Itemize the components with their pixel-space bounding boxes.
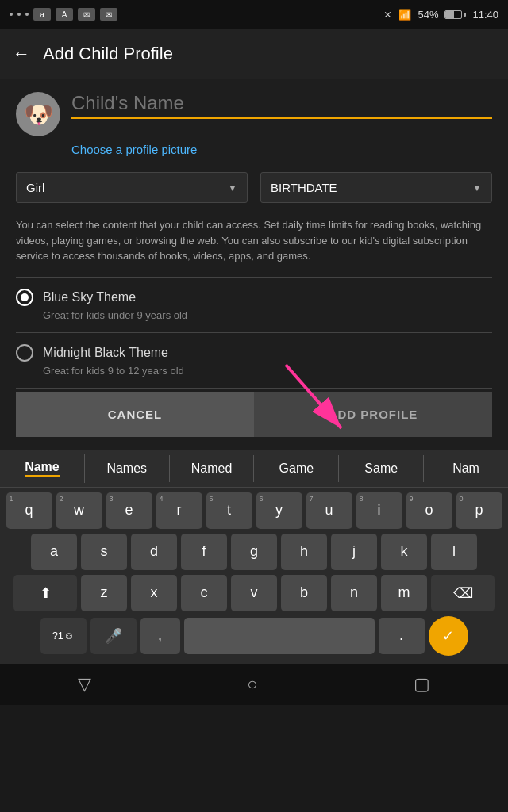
key-k[interactable]: k [381,534,427,570]
gender-dropdown[interactable]: Girl ▼ [16,172,248,203]
key-w[interactable]: 2w [56,492,102,529]
battery-icon [444,10,466,19]
keyboard-suggestions-bar: Name Names Named Game Same Nam [0,450,508,488]
theme-midnight-black-subtitle: Great for kids 9 to 12 years old [43,365,492,377]
cancel-button[interactable]: CANCEL [16,392,254,437]
key-b[interactable]: b [281,575,327,611]
header: ← Add Child Profile [0,29,508,79]
back-button[interactable]: ← [13,44,30,64]
theme-blue-sky-subtitle: Great for kids under 9 years old [43,309,492,321]
key-f[interactable]: f [181,534,227,570]
space-key[interactable] [184,618,375,654]
shift-key[interactable]: ⬆ [13,575,77,611]
key-u[interactable]: 7u [306,492,352,529]
wifi-icon: 📶 [398,9,411,21]
nav-home-button[interactable]: ○ [247,674,257,695]
app-icon-1: a [33,8,51,21]
app-icon-3: ✉ [78,8,95,21]
key-s[interactable]: s [81,534,127,570]
bottom-nav: ▽ ○ ▢ [0,664,508,705]
key-d[interactable]: d [131,534,177,570]
dropdowns-row: Girl ▼ BIRTHDATE ▼ [16,172,492,203]
description-text: You can select the content that your chi… [16,217,492,264]
clock: 11:40 [472,9,498,21]
key-c[interactable]: c [181,575,227,611]
dot-3 [25,13,29,16]
key-row-4: ?1☺ 🎤 , . ✓ [3,616,505,656]
dot-1 [10,13,13,16]
backspace-key[interactable]: ⌫ [431,575,495,611]
status-bar: a A ✉ ✉ ⨯ 📶 54% 11:40 [0,0,508,29]
key-j[interactable]: j [331,534,377,570]
key-t[interactable]: 5t [206,492,252,529]
radio-blue-sky[interactable] [16,289,33,306]
birthdate-selected: BIRTHDATE [271,181,337,194]
birthdate-dropdown[interactable]: BIRTHDATE ▼ [260,172,492,203]
key-n[interactable]: n [331,575,377,611]
key-a[interactable]: a [31,534,77,570]
suggestion-same[interactable]: Same [339,455,424,482]
key-h[interactable]: h [281,534,327,570]
key-o[interactable]: 9o [406,492,452,529]
status-left-icons: a A ✉ ✉ [10,8,117,21]
add-profile-button[interactable]: ADD PROFILE [254,392,492,437]
theme-blue-sky[interactable]: Blue Sky Theme Great for kids under 9 ye… [16,278,492,333]
app-icon-4: ✉ [100,8,117,21]
choose-picture-link[interactable]: Choose a profile picture [71,143,492,156]
enter-key[interactable]: ✓ [429,616,468,656]
suggestion-nam[interactable]: Nam [424,455,508,482]
special-key[interactable]: ?1☺ [40,618,87,654]
gender-dropdown-arrow: ▼ [228,182,237,193]
avatar-image: 🐶 [24,101,53,128]
microphone-key[interactable]: 🎤 [90,618,137,654]
page-title: Add Child Profile [43,44,173,64]
key-m[interactable]: m [381,575,427,611]
theme-midnight-black-name: Midnight Black Theme [43,346,168,360]
birthdate-dropdown-arrow: ▼ [472,182,482,193]
theme-midnight-black[interactable]: Midnight Black Theme Great for kids 9 to… [16,333,492,389]
nav-back-button[interactable]: ▽ [78,674,91,695]
key-x[interactable]: x [131,575,177,611]
keyboard: 1q 2w 3e 4r 5t 6y 7u 8i 9o 0p a s d f g … [0,488,508,664]
key-row-1: 1q 2w 3e 4r 5t 6y 7u 8i 9o 0p [3,492,505,529]
key-e[interactable]: 3e [106,492,152,529]
key-row-3: ⬆ z x c v b n m ⌫ [3,575,505,611]
key-q[interactable]: 1q [6,492,52,529]
theme-blue-sky-name: Blue Sky Theme [43,290,136,304]
key-v[interactable]: v [231,575,277,611]
key-z[interactable]: z [81,575,127,611]
dot-2 [17,13,21,16]
comma-key[interactable]: , [140,618,180,654]
bluetooth-icon: ⨯ [383,9,392,21]
avatar[interactable]: 🐶 [16,92,60,136]
key-g[interactable]: g [231,534,277,570]
suggestion-names[interactable]: Names [85,455,170,482]
suggestion-game[interactable]: Game [254,455,339,482]
period-key[interactable]: . [379,618,425,654]
buttons-row: CANCEL ADD PROFILE [16,392,492,437]
suggestion-name[interactable]: Name [0,454,85,483]
key-r[interactable]: 4r [156,492,202,529]
main-content: 🐶 Choose a profile picture Girl ▼ BIRTHD… [0,79,508,450]
app-icon-2: A [56,8,73,21]
key-l[interactable]: l [431,534,477,570]
child-name-input[interactable] [71,92,492,114]
suggestion-named[interactable]: Named [170,455,255,482]
key-y[interactable]: 6y [256,492,302,529]
key-i[interactable]: 8i [356,492,402,529]
key-p[interactable]: 0p [456,492,502,529]
profile-section: 🐶 [16,92,492,136]
status-right-area: ⨯ 📶 54% 11:40 [383,9,498,21]
radio-midnight-black[interactable] [16,344,33,362]
key-row-2: a s d f g h j k l [3,534,505,570]
gender-selected: Girl [26,181,44,194]
nav-recent-button[interactable]: ▢ [414,674,430,695]
name-input-container [71,92,492,119]
battery-percent: 54% [418,9,438,21]
suggestion-name-text: Name [25,460,60,477]
